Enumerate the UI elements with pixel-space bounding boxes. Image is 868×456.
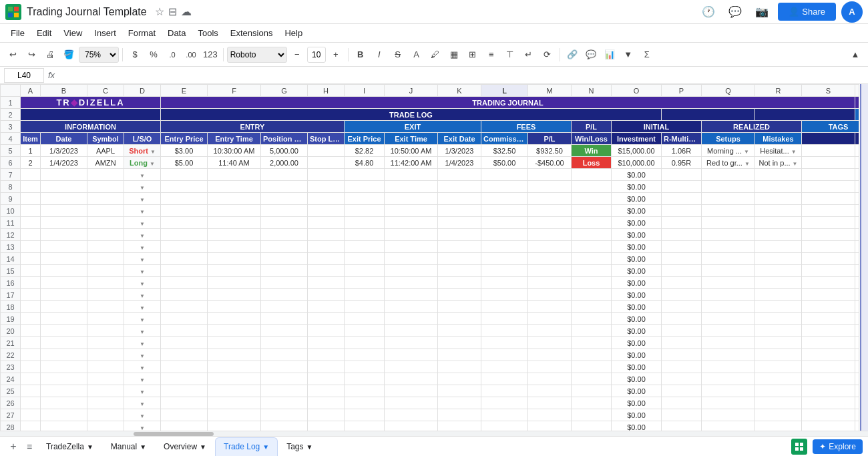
row1-mistakes[interactable]: Hesitat... ▼ xyxy=(755,145,802,157)
row2-pnl[interactable]: -$450.00 xyxy=(528,157,572,169)
menu-file[interactable]: File xyxy=(5,26,30,40)
dropdown-icon[interactable]: ▼ xyxy=(140,425,145,431)
dropdown-icon[interactable]: ▼ xyxy=(140,317,145,323)
row2-position-size[interactable]: 2,000.00 xyxy=(261,157,308,169)
comment-icon[interactable]: 💬 xyxy=(724,1,746,23)
cloud-icon[interactable]: ☁ xyxy=(181,5,192,18)
print-button[interactable]: 🖨 xyxy=(41,46,59,63)
row1-stop-loss[interactable] xyxy=(308,145,345,157)
row2-stop-loss[interactable] xyxy=(308,157,345,169)
dropdown-icon[interactable]: ▼ xyxy=(140,401,145,407)
row2-setups[interactable]: Red to gr... ▼ xyxy=(702,157,755,169)
align-button[interactable]: ≡ xyxy=(483,46,500,63)
dropdown-icon[interactable]: ▼ xyxy=(140,293,145,299)
avatar[interactable]: A xyxy=(841,1,863,23)
row1-exit-date[interactable]: 1/3/2023 xyxy=(438,145,481,157)
merge-button[interactable]: ⊞ xyxy=(464,46,481,63)
formula-input[interactable] xyxy=(59,68,864,83)
row2-win-loss[interactable]: Loss xyxy=(572,157,612,169)
tab-arrow-manual[interactable]: ▼ xyxy=(140,443,146,451)
dropdown-icon[interactable]: ▼ xyxy=(140,209,145,215)
sheet-menu-button[interactable]: ≡ xyxy=(21,439,37,455)
row1-r-multiple[interactable]: 1.06R xyxy=(662,145,702,157)
font-size-input[interactable] xyxy=(307,47,326,63)
dropdown-icon[interactable]: ▼ xyxy=(140,353,145,359)
row1-item[interactable]: 1 xyxy=(21,145,41,157)
tab-arrow-tags[interactable]: ▼ xyxy=(306,443,313,451)
menu-tools[interactable]: Tools xyxy=(192,26,223,40)
row1-exit-time[interactable]: 10:50:00 AM xyxy=(385,145,438,157)
dropdown-icon[interactable]: ▼ xyxy=(140,269,145,275)
chart-button[interactable]: 📊 xyxy=(601,46,618,63)
zoom-select[interactable]: 75% 100% 50% xyxy=(79,47,119,63)
borders-button[interactable]: ▦ xyxy=(445,46,463,63)
comment-button[interactable]: 💬 xyxy=(582,46,600,63)
tab-trade-log[interactable]: Trade Log ▼ xyxy=(215,437,278,456)
font-increase-button[interactable]: + xyxy=(327,46,345,63)
filter-button[interactable]: ▼ xyxy=(620,46,637,63)
dropdown-arrow-setups-1[interactable]: ▼ xyxy=(744,149,749,155)
share-button[interactable]: 👤 Share xyxy=(778,3,836,21)
row2-ls[interactable]: Long ▼ xyxy=(124,157,161,169)
row1-date[interactable]: 1/3/2023 xyxy=(41,145,87,157)
explore-button[interactable]: ✦ Explore xyxy=(813,439,863,454)
dropdown-icon[interactable]: ▼ xyxy=(140,281,145,287)
highlight-color-button[interactable]: 🖊 xyxy=(427,46,444,63)
row2-investment[interactable]: $10,000.00 xyxy=(612,157,662,169)
decimal-decrease-button[interactable]: .0 xyxy=(164,46,181,63)
currency-button[interactable]: $ xyxy=(126,46,144,63)
menu-data[interactable]: Data xyxy=(162,26,191,40)
row2-mistakes[interactable]: Not in p... ▼ xyxy=(755,157,802,169)
dropdown-arrow-mistakes-1[interactable]: ▼ xyxy=(791,149,797,155)
horizontal-scrollbar[interactable] xyxy=(0,431,868,436)
row1-win-loss[interactable]: Win xyxy=(572,145,612,157)
collapse-button[interactable]: ▲ xyxy=(847,46,864,63)
row1-ls[interactable]: Short ▼ xyxy=(124,145,161,157)
dropdown-icon[interactable]: ▼ xyxy=(140,257,145,263)
star-icon[interactable]: ☆ xyxy=(155,5,164,18)
tab-arrow-tradezella[interactable]: ▼ xyxy=(87,443,93,451)
col-header-l[interactable]: L xyxy=(481,85,528,97)
dropdown-icon[interactable]: ▼ xyxy=(140,413,145,419)
row2-entry-price[interactable]: $5.00 xyxy=(161,157,208,169)
tab-manual[interactable]: Manual ▼ xyxy=(102,437,155,456)
bold-button[interactable]: B xyxy=(352,46,369,63)
menu-insert[interactable]: Insert xyxy=(89,26,122,40)
undo-button[interactable]: ↩ xyxy=(4,46,21,63)
row1-entry-price[interactable]: $3.00 xyxy=(161,145,208,157)
dropdown-icon[interactable]: ▼ xyxy=(140,329,145,335)
menu-format[interactable]: Format xyxy=(123,26,161,40)
font-decrease-button[interactable]: − xyxy=(288,46,306,63)
row1-exit-price[interactable]: $2.82 xyxy=(345,145,385,157)
row2-exit-price[interactable]: $4.80 xyxy=(345,157,385,169)
dropdown-icon[interactable]: ▼ xyxy=(140,377,145,383)
row2-exit-time[interactable]: 11:42:00 AM xyxy=(385,157,438,169)
row2-commission[interactable]: $50.00 xyxy=(481,157,528,169)
dropdown-icon[interactable]: ▼ xyxy=(140,233,145,239)
percent-button[interactable]: % xyxy=(145,46,162,63)
tab-tags[interactable]: Tags ▼ xyxy=(278,437,321,456)
row1-entry-time[interactable]: 10:30:00 AM xyxy=(208,145,261,157)
row2-symbol[interactable]: AMZN xyxy=(87,157,124,169)
link-button[interactable]: 🔗 xyxy=(564,46,581,63)
valign-button[interactable]: ⊤ xyxy=(501,46,519,63)
dropdown-arrow-1[interactable]: ▼ xyxy=(150,149,156,155)
dropdown-icon[interactable]: ▼ xyxy=(140,185,145,191)
dropdown-arrow-mistakes-2[interactable]: ▼ xyxy=(793,161,798,167)
wrap-button[interactable]: ↵ xyxy=(520,46,537,63)
tab-tradezella[interactable]: TradeZella ▼ xyxy=(37,437,102,456)
rotate-button[interactable]: ⟳ xyxy=(539,46,556,63)
scrollbar-thumb[interactable] xyxy=(134,432,214,436)
menu-extensions[interactable]: Extensions xyxy=(225,26,278,40)
row1-lessons[interactable] xyxy=(802,145,855,157)
row1-pnl[interactable]: $932.50 xyxy=(528,145,572,157)
italic-button[interactable]: I xyxy=(371,46,388,63)
redo-button[interactable]: ↪ xyxy=(23,46,40,63)
dropdown-icon[interactable]: ▼ xyxy=(140,197,145,203)
row1-commission[interactable]: $32.50 xyxy=(481,145,528,157)
tab-overview[interactable]: Overview ▼ xyxy=(155,437,215,456)
dropdown-icon[interactable]: ▼ xyxy=(140,221,145,227)
function-button[interactable]: Σ xyxy=(638,46,656,63)
row2-lessons[interactable] xyxy=(802,157,855,169)
row2-r-multiple[interactable]: 0.95R xyxy=(662,157,702,169)
